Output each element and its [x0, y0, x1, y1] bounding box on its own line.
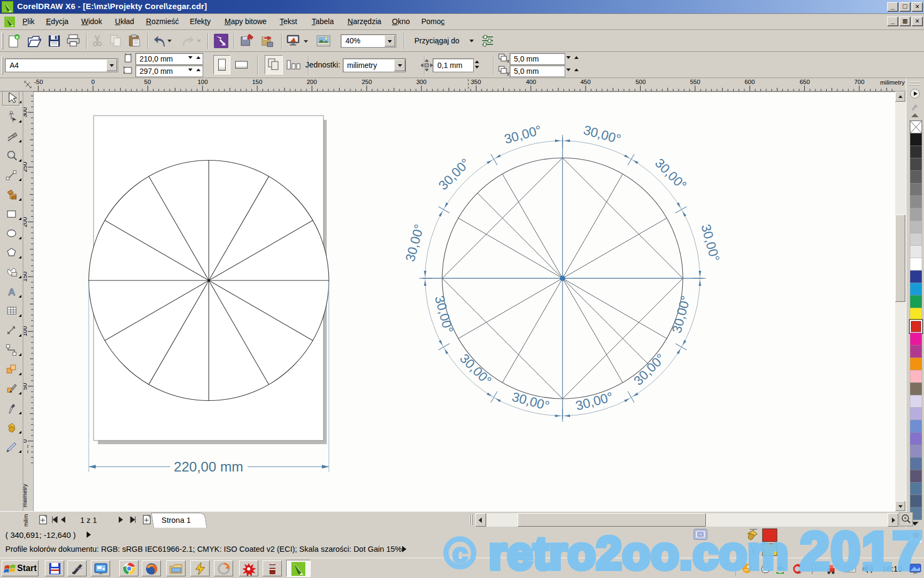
svg-text:30,00°: 30,00° — [432, 294, 456, 335]
svg-text:700: 700 — [854, 79, 864, 85]
svg-text:30,00°: 30,00° — [652, 156, 689, 193]
svg-text:450: 450 — [580, 79, 590, 85]
svg-text:200: 200 — [306, 79, 317, 85]
svg-text:350: 350 — [471, 79, 481, 85]
svg-text:300: 300 — [24, 107, 28, 117]
svg-text:250: 250 — [361, 79, 372, 85]
svg-text:30,00°: 30,00° — [698, 223, 722, 263]
svg-text:30,00°: 30,00° — [436, 156, 473, 193]
svg-text:A: A — [8, 286, 16, 298]
svg-text:600: 600 — [744, 79, 754, 85]
svg-text:220,00 mm: 220,00 mm — [174, 459, 243, 475]
svg-text:0: 0 — [24, 439, 28, 443]
svg-text:milimetry: milimetry — [880, 79, 905, 86]
svg-text:milim: milim — [24, 514, 29, 527]
svg-text:650: 650 — [799, 79, 810, 85]
svg-text:150: 150 — [24, 271, 28, 282]
svg-text:300: 300 — [416, 79, 426, 85]
svg-text:150: 150 — [252, 79, 262, 85]
svg-text:30,00°: 30,00° — [631, 351, 668, 388]
svg-text:30,00°: 30,00° — [503, 123, 543, 146]
svg-text:milimetry: milimetry — [24, 484, 28, 507]
svg-text:50: 50 — [24, 383, 28, 390]
svg-text:500: 500 — [635, 79, 645, 85]
svg-text:30,00°: 30,00° — [511, 389, 551, 413]
svg-text:30,00°: 30,00° — [669, 294, 692, 335]
svg-text:250: 250 — [24, 162, 28, 172]
svg-text:50: 50 — [144, 79, 151, 85]
svg-text:400: 400 — [526, 79, 536, 85]
svg-text:550: 550 — [690, 79, 700, 85]
svg-text:200: 200 — [24, 217, 28, 227]
svg-text:-50: -50 — [34, 79, 43, 85]
svg-text:30,00°: 30,00° — [574, 389, 615, 413]
svg-text:100: 100 — [197, 79, 207, 85]
svg-text:30,00°: 30,00° — [457, 351, 494, 388]
svg-text:30,00°: 30,00° — [582, 123, 622, 146]
svg-text:0: 0 — [91, 79, 95, 85]
svg-text:30,00°: 30,00° — [403, 223, 426, 263]
svg-text:100: 100 — [24, 326, 28, 336]
